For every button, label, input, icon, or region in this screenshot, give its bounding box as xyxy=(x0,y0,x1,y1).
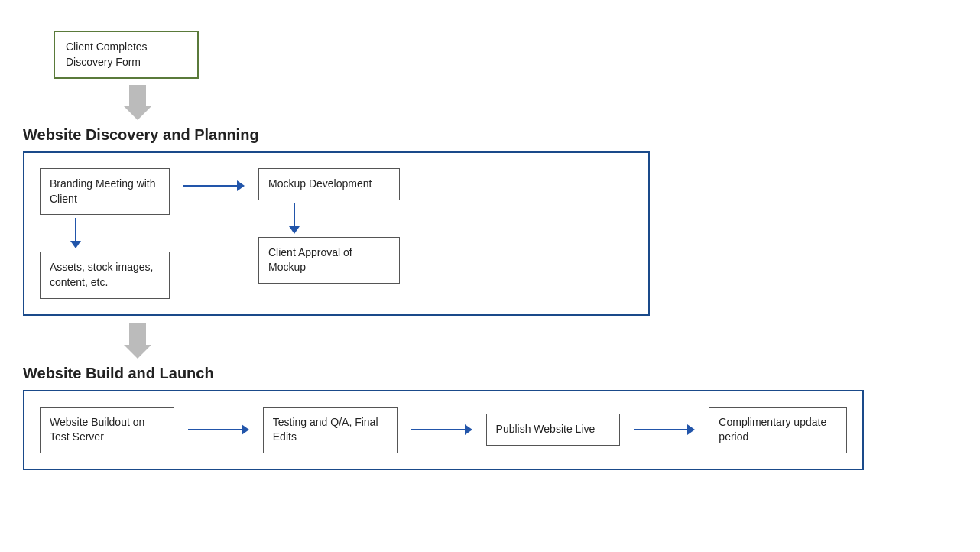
publish-node: Publish Website Live xyxy=(486,414,621,446)
assets-node: Assets, stock images, content, etc. xyxy=(40,252,170,298)
branding-node: Branding Meeting with Client xyxy=(40,168,170,215)
testing-label: Testing and Q/A, Final Edits xyxy=(273,416,378,443)
client-approval-node: Client Approval of Mockup xyxy=(258,237,400,284)
testing-node: Testing and Q/A, Final Edits xyxy=(263,407,398,453)
top-node: Client Completes Discovery Form xyxy=(54,31,199,79)
arrow-right-to-update xyxy=(634,424,695,435)
publish-label: Publish Website Live xyxy=(496,423,595,435)
update-node: Complimentary update period xyxy=(709,407,847,453)
arrow-right-to-mockup xyxy=(183,180,245,191)
client-approval-label: Client Approval of Mockup xyxy=(268,246,352,274)
arrow-right-to-testing xyxy=(188,424,249,435)
arrow-down-to-assets xyxy=(70,218,81,248)
mockup-dev-label: Mockup Development xyxy=(268,177,372,190)
section1-heading: Website Discovery and Planning xyxy=(23,126,957,144)
section2-heading: Website Build and Launch xyxy=(23,365,957,382)
buildout-label: Website Buildout on Test Server xyxy=(50,416,144,443)
arrow-down-to-approval xyxy=(289,203,300,234)
buildout-node: Website Buildout on Test Server xyxy=(40,407,174,453)
assets-label: Assets, stock images, content, etc. xyxy=(50,261,153,288)
discovery-container: Branding Meeting with Client Assets, sto… xyxy=(23,151,650,315)
launch-container: Website Buildout on Test Server Testing … xyxy=(23,390,864,470)
mockup-dev-node: Mockup Development xyxy=(258,168,400,200)
arrow-right-to-publish xyxy=(411,424,472,435)
branding-label: Branding Meeting with Client xyxy=(50,177,156,205)
top-node-label: Client Completes Discovery Form xyxy=(66,41,148,68)
arrow-down-to-section2 xyxy=(126,323,149,359)
update-label: Complimentary update period xyxy=(719,416,826,443)
arrow-down-to-section1 xyxy=(126,85,149,120)
